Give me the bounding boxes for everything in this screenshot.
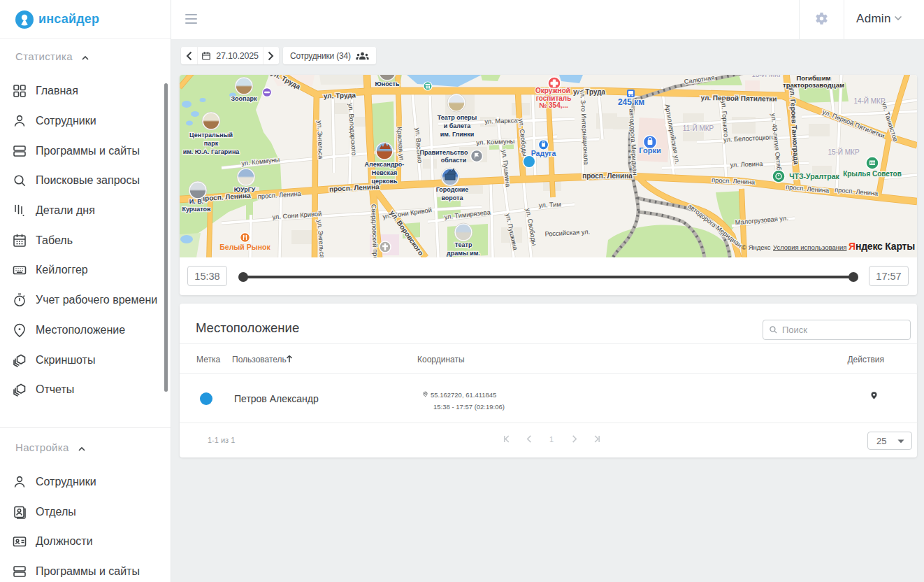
svg-text:ул. Маркса: ул. Маркса <box>484 117 518 125</box>
svg-text:Театр: Театр <box>455 241 472 248</box>
svg-text:13-Й МКР: 13-Й МКР <box>751 75 784 78</box>
svg-text:№ 354,...: № 354,... <box>539 101 568 109</box>
svg-text:церковь: церковь <box>372 178 398 185</box>
svg-text:Крылья Советов: Крылья Советов <box>843 170 902 178</box>
svg-text:Условия использования: Условия использования <box>773 243 846 251</box>
svg-text:Окружной: Окружной <box>535 87 570 94</box>
svg-text:ЮУрГУ: ЮУрГУ <box>234 186 256 193</box>
svg-text:им. Ю.А. Гагарина: им. Ю.А. Гагарина <box>183 148 240 155</box>
svg-text:14-Й МКР: 14-Й МКР <box>853 97 886 105</box>
svg-text:Городские: Городские <box>436 186 469 193</box>
svg-text:драмы им.: драмы им. <box>447 250 480 257</box>
svg-text:ул. Энгельса: ул. Энгельса <box>316 120 324 159</box>
svg-text:ул. Ловина: ул. Ловина <box>730 160 763 169</box>
svg-text:тракторозаводцам: тракторозаводцам <box>783 81 844 89</box>
svg-text:Правительство: Правительство <box>419 149 468 156</box>
svg-text:ул. Коммуны: ул. Коммуны <box>476 138 515 146</box>
svg-text:245 км: 245 км <box>618 97 644 107</box>
svg-text:15-Й МКР: 15-Й МКР <box>828 148 860 156</box>
svg-text:Юность: Юность <box>375 80 400 87</box>
svg-text:ворота: ворота <box>441 194 463 201</box>
svg-text:ул. Труда: ул. Труда <box>573 88 606 96</box>
svg-text:11-Й МКР: 11-Й МКР <box>683 124 714 132</box>
svg-text:Курчатов: Курчатов <box>182 206 211 213</box>
svg-text:Зоопарк: Зоопарк <box>231 95 257 102</box>
svg-text:им. Глинки: им. Глинки <box>440 131 475 138</box>
svg-text:Центральный: Центральный <box>189 132 233 139</box>
svg-text:Театр оперы: Театр оперы <box>438 114 477 121</box>
svg-text:области: области <box>441 157 467 164</box>
svg-text:Белый Рынок: Белый Рынок <box>219 243 270 251</box>
svg-text:Горки: Горки <box>639 146 660 155</box>
svg-text:Радуга: Радуга <box>531 149 556 157</box>
svg-text:парк: парк <box>204 140 219 147</box>
svg-text:Александро-: Александро- <box>365 161 405 168</box>
svg-text:и балета: и балета <box>444 122 471 129</box>
svg-text:Невская: Невская <box>372 169 398 176</box>
svg-text:ЧТЗ-Уралтрак: ЧТЗ-Уралтрак <box>789 172 839 180</box>
svg-text:просп. Ленина: просп. Ленина <box>582 172 633 180</box>
svg-text:© Яндекс: © Яндекс <box>742 243 771 251</box>
svg-text:ул. Труда: ул. Труда <box>324 91 356 100</box>
svg-text:ул. Первой Пятилетки: ул. Первой Пятилетки <box>700 94 777 103</box>
svg-text:ул. Тим: ул. Тим <box>539 201 561 209</box>
svg-text:И. В.: И. В. <box>189 198 203 205</box>
svg-text:Яндекс Карты: Яндекс Карты <box>849 241 915 252</box>
